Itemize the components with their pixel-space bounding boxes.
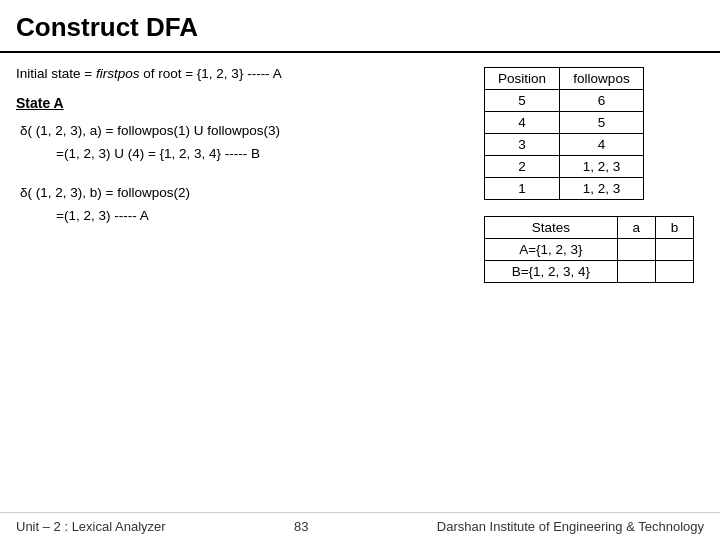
footer-institute: Darshan Institute of Engineering & Techn… [437, 519, 704, 534]
table-row: 45 [485, 112, 644, 134]
eq2-text: =(1, 2, 3) [56, 208, 110, 223]
dashes-a: ----- A [243, 66, 281, 81]
right-column: Position followpos 56453421, 2, 311, 2, … [484, 63, 704, 283]
table-cell [655, 239, 693, 261]
table-cell [617, 261, 655, 283]
footer-unit: Unit – 2 : Lexical Analyzer [16, 519, 166, 534]
table-cell: 6 [560, 90, 644, 112]
table-cell: 1, 2, 3 [560, 156, 644, 178]
footer: Unit – 2 : Lexical Analyzer 83 Darshan I… [0, 512, 720, 540]
pos-header: Position [485, 68, 560, 90]
table-cell: 5 [560, 112, 644, 134]
table-cell: 2 [485, 156, 560, 178]
eq1-line: =(1, 2, 3) U (4) = {1, 2, 3, 4} ----- B [56, 143, 464, 166]
table-cell [617, 239, 655, 261]
position-followpos-table: Position followpos 56453421, 2, 311, 2, … [484, 67, 644, 200]
state-a-header: State A [16, 92, 464, 116]
page-title: Construct DFA [0, 0, 720, 53]
states-col-header: States [485, 217, 618, 239]
table-cell: B={1, 2, 3, 4} [485, 261, 618, 283]
table-cell: 4 [560, 134, 644, 156]
table-row: 21, 2, 3 [485, 156, 644, 178]
a-col-header: a [617, 217, 655, 239]
followpos-header: followpos [560, 68, 644, 90]
delta1-line: δ( (1, 2, 3), a) = followpos(1) U follow… [20, 120, 464, 143]
initial-state-label: Initial state = [16, 66, 96, 81]
table-row: A={1, 2, 3} [485, 239, 694, 261]
table-cell [655, 261, 693, 283]
table-row: 11, 2, 3 [485, 178, 644, 200]
eq2-line: =(1, 2, 3) ----- A [56, 205, 464, 228]
table-row: B={1, 2, 3, 4} [485, 261, 694, 283]
footer-page: 83 [294, 519, 308, 534]
table-cell: 5 [485, 90, 560, 112]
table-row: 56 [485, 90, 644, 112]
table-row: 34 [485, 134, 644, 156]
initial-state-line: Initial state = firstpos of root = {1, 2… [16, 63, 464, 86]
table-cell: 1 [485, 178, 560, 200]
table-cell: 3 [485, 134, 560, 156]
dashes-b: ----- B [221, 146, 260, 161]
dashes-a2: ----- A [110, 208, 148, 223]
states-table: States a b A={1, 2, 3}B={1, 2, 3, 4} [484, 216, 694, 283]
root-text: of root = {1, 2, 3} [139, 66, 243, 81]
firstpos-text: firstpos [96, 66, 140, 81]
left-column: Initial state = firstpos of root = {1, 2… [16, 63, 464, 283]
table-cell: A={1, 2, 3} [485, 239, 618, 261]
table-cell: 1, 2, 3 [560, 178, 644, 200]
table-cell: 4 [485, 112, 560, 134]
eq1-text: =(1, 2, 3) U (4) = {1, 2, 3, 4} [56, 146, 221, 161]
delta2-line: δ( (1, 2, 3), b) = followpos(2) [20, 182, 464, 205]
b-col-header: b [655, 217, 693, 239]
